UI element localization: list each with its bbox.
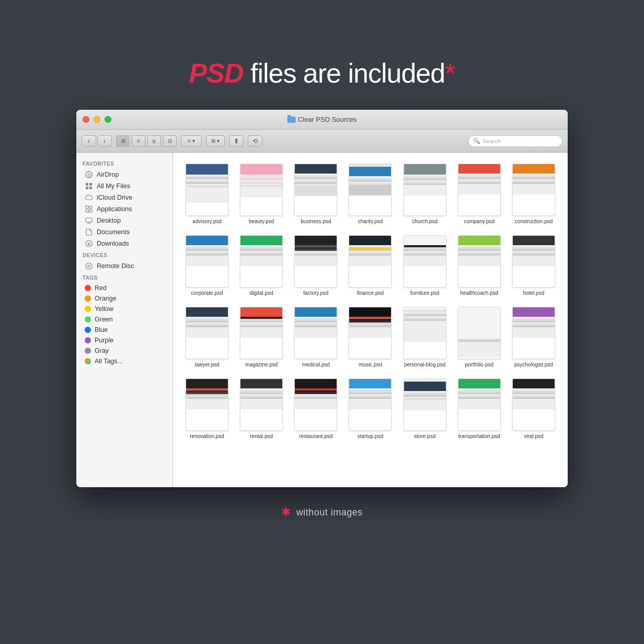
file-item-beauty[interactable]: beauty.psd bbox=[235, 160, 288, 228]
file-item-psychologist[interactable]: psychologist.psd bbox=[508, 304, 560, 371]
file-item-viral[interactable]: viral.psd bbox=[508, 375, 560, 443]
file-item-healthcoach[interactable]: healthcoach.psd bbox=[453, 232, 505, 300]
traffic-lights bbox=[83, 116, 111, 123]
arrange-button[interactable]: ⊞ ▾ bbox=[206, 135, 225, 147]
svg-rect-8 bbox=[86, 210, 88, 212]
purple-tag-dot bbox=[85, 337, 91, 343]
svg-rect-4 bbox=[86, 187, 88, 189]
file-item-church[interactable]: church.psd bbox=[399, 160, 451, 228]
red-tag-label: Red bbox=[95, 284, 107, 292]
file-item-transportation[interactable]: transportation.psd bbox=[453, 375, 505, 443]
file-name-portfolio: portfolio.psd bbox=[465, 361, 493, 368]
sidebar-tag-orange[interactable]: Orange bbox=[78, 293, 170, 304]
svg-rect-10 bbox=[86, 218, 92, 222]
downloads-label: Downloads bbox=[97, 240, 129, 247]
file-item-digital[interactable]: digital.psd bbox=[235, 232, 288, 300]
file-item-renovation[interactable]: renovation.psd bbox=[181, 375, 233, 443]
column-view-button[interactable]: ⫼ bbox=[147, 135, 161, 147]
sidebar-tag-green[interactable]: Green bbox=[78, 314, 170, 325]
favorites-label: Favorites bbox=[76, 158, 172, 169]
tags-label: Tags bbox=[76, 272, 172, 283]
coverflow-view-button[interactable]: ⊟ bbox=[163, 135, 177, 147]
green-tag-label: Green bbox=[95, 316, 113, 323]
all-my-files-label: All My Files bbox=[97, 182, 130, 190]
maximize-button[interactable] bbox=[105, 116, 111, 123]
forward-button[interactable]: › bbox=[97, 135, 112, 147]
file-item-business[interactable]: business.psd bbox=[290, 160, 342, 228]
file-name-renovation: renovation.psd bbox=[190, 433, 224, 440]
file-item-company[interactable]: company.psd bbox=[453, 160, 505, 228]
footer-asterisk: ✱ bbox=[281, 505, 291, 519]
file-name-construction: construction.psd bbox=[515, 218, 553, 225]
file-name-corporate: corporate.psd bbox=[191, 290, 223, 296]
gray-tag-dot bbox=[85, 348, 91, 354]
documents-label: Documents bbox=[97, 228, 130, 236]
sidebar-tag-blue[interactable]: Blue bbox=[78, 325, 170, 335]
file-name-church: church.psd bbox=[412, 218, 438, 225]
sidebar-item-downloads[interactable]: Downloads bbox=[78, 238, 170, 249]
file-name-factory: factory.psd bbox=[303, 290, 328, 296]
share-button[interactable]: ⬆ bbox=[229, 135, 244, 147]
file-item-hotel[interactable]: hotel.psd bbox=[508, 232, 560, 300]
edit-button[interactable]: ⟲ bbox=[248, 135, 262, 147]
sidebar-item-remoteDisc[interactable]: Remote Disc bbox=[78, 260, 170, 272]
svg-rect-2 bbox=[86, 183, 88, 186]
applications-label: Applications bbox=[97, 205, 132, 213]
sort-group: ≡ ▾ bbox=[181, 135, 202, 147]
file-item-personal-blog[interactable]: personal-blog.psd bbox=[399, 304, 451, 371]
file-item-magazine[interactable]: magazine.psd bbox=[235, 304, 288, 371]
sidebar-tag-red[interactable]: Red bbox=[78, 283, 170, 293]
file-item-rental[interactable]: rental.psd bbox=[235, 375, 288, 443]
back-button[interactable]: ‹ bbox=[82, 135, 96, 147]
file-item-music[interactable]: music.psd bbox=[344, 304, 396, 371]
file-item-lawyer[interactable]: lawyer.psd bbox=[181, 304, 233, 371]
sidebar-item-desktop[interactable]: Desktop bbox=[78, 215, 170, 226]
file-name-company: company.psd bbox=[464, 218, 494, 225]
sidebar-item-applications[interactable]: Applications bbox=[78, 203, 170, 215]
file-name-restaurant: restaurant.psd bbox=[299, 433, 332, 440]
file-item-corporate[interactable]: corporate.psd bbox=[181, 232, 233, 300]
file-item-store[interactable]: store.psd bbox=[399, 375, 451, 443]
file-item-factory[interactable]: factory.psd bbox=[290, 232, 342, 300]
close-button[interactable] bbox=[83, 116, 89, 123]
file-item-furniture[interactable]: furniture.psd bbox=[399, 232, 451, 300]
sort-button[interactable]: ≡ ▾ bbox=[181, 135, 202, 147]
sidebar-item-icloud[interactable]: iCloud Drive bbox=[78, 192, 170, 203]
sidebar-item-documents[interactable]: Documents bbox=[78, 226, 170, 238]
file-item-construction[interactable]: construction.psd bbox=[508, 160, 560, 228]
all-my-files-icon bbox=[85, 182, 93, 190]
airdrop-label: AirDrop bbox=[97, 171, 119, 178]
file-item-portfolio[interactable]: portfolio.psd bbox=[453, 304, 505, 371]
devices-label: Devices bbox=[76, 249, 172, 260]
icloud-icon bbox=[85, 193, 93, 202]
file-name-transportation: transportation.psd bbox=[458, 433, 500, 440]
minimize-button[interactable] bbox=[94, 116, 100, 123]
file-name-personal-blog: personal-blog.psd bbox=[404, 361, 446, 368]
file-item-finance[interactable]: finance.psd bbox=[344, 232, 396, 300]
svg-point-15 bbox=[86, 263, 92, 269]
search-placeholder: Search bbox=[482, 138, 501, 144]
file-item-restaurant[interactable]: restaurant.psd bbox=[290, 375, 342, 443]
yellow-tag-dot bbox=[85, 306, 91, 312]
search-bar[interactable]: 🔍 Search bbox=[468, 135, 562, 147]
sidebar-tag-gray[interactable]: Gray bbox=[78, 346, 170, 356]
sidebar-tag-purple[interactable]: Purple bbox=[78, 335, 170, 346]
file-name-beauty: beauty.psd bbox=[249, 218, 274, 225]
sidebar-item-airdrop[interactable]: AirDrop bbox=[78, 169, 170, 180]
sidebar-tag-yellow[interactable]: Yellow bbox=[78, 304, 170, 314]
list-view-button[interactable]: ≡ bbox=[132, 135, 145, 147]
file-item-charity[interactable]: charity.psd bbox=[344, 160, 396, 228]
file-item-startup[interactable]: startup.psd bbox=[344, 375, 396, 443]
icon-view-button[interactable]: ⊞ bbox=[116, 135, 130, 147]
file-item-advisory[interactable]: advisory.psd bbox=[181, 160, 233, 228]
remote-disc-label: Remote Disc bbox=[97, 262, 134, 270]
disc-icon bbox=[85, 262, 93, 270]
file-item-medical[interactable]: medical.psd bbox=[290, 304, 342, 371]
svg-rect-9 bbox=[89, 210, 92, 212]
sidebar-tag-all[interactable]: All Tags... bbox=[78, 356, 170, 366]
downloads-icon bbox=[85, 239, 93, 248]
sidebar-item-allmyfiles[interactable]: All My Files bbox=[78, 180, 170, 192]
folder-icon bbox=[288, 117, 296, 123]
footer-text: without images bbox=[296, 507, 363, 518]
arrange-group: ⊞ ▾ bbox=[206, 135, 225, 147]
